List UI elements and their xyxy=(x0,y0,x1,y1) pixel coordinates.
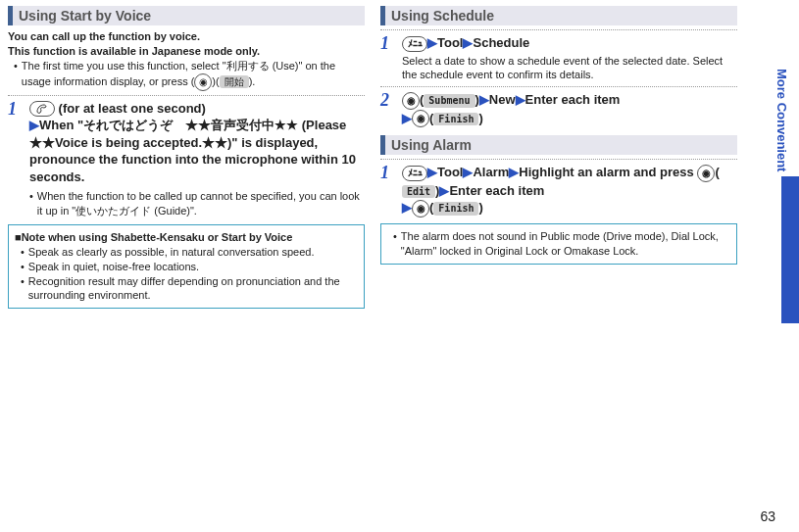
text: (for at least one second) xyxy=(55,101,206,116)
alarm-note-bullet: The alarm does not sound in Public mode … xyxy=(393,229,730,259)
text: (Guide)". xyxy=(151,205,197,217)
schedule-step-2: 2 ◉(Submenu)▶New▶Enter each item ▶◉(Fini… xyxy=(380,91,737,127)
camera-key-icon: ◉ xyxy=(697,165,715,182)
camera-key-icon: ◉ xyxy=(412,200,429,218)
camera-key-icon: ◉ xyxy=(402,92,420,110)
section-header-schedule: Using Schedule xyxy=(380,6,737,25)
section-header-alarm: Using Alarm xyxy=(380,135,737,155)
note-bullet-2: Speak in quiet, noise-free locations. xyxy=(21,260,358,274)
tool-label: Tool xyxy=(437,165,463,179)
arrow-icon: ▶ xyxy=(463,35,473,50)
jp-guide: 使いかたガイド xyxy=(75,205,151,217)
tool-label: Tool xyxy=(437,35,463,50)
voice-step-1-sub: When the function to be called up cannot… xyxy=(29,189,365,218)
jp-prompt-1: それではどうぞ xyxy=(83,118,173,132)
voice-intro-1: You can call up the function by voice. xyxy=(8,29,365,44)
divider xyxy=(380,86,737,87)
jp-prompt-2: 音声受付中 xyxy=(211,118,275,132)
start-button-label: 開始 xyxy=(220,75,249,89)
step-number: 2 xyxy=(380,91,402,127)
alarm-note-box: The alarm does not sound in Public mode … xyxy=(380,223,737,265)
text: When " xyxy=(39,118,83,132)
new-label: New xyxy=(489,92,516,107)
jp-use: 利用する xyxy=(226,60,270,72)
voice-first-use-note: The first time you use this function, se… xyxy=(14,59,365,91)
step-number: 1 xyxy=(380,164,402,218)
alarm-step-1: 1 ﾒﾆｭ▶Tool▶Alarm▶Highlight an alarm and … xyxy=(380,164,737,218)
schedule-label: Schedule xyxy=(473,35,529,50)
step-number: 1 xyxy=(380,34,402,82)
menu-key-icon: ﾒﾆｭ xyxy=(402,166,427,181)
divider xyxy=(380,159,737,160)
alarm-label: Alarm xyxy=(473,165,509,179)
note-bullet-3: Recognition result may differ depending … xyxy=(21,274,358,304)
call-key-icon xyxy=(29,101,55,117)
arrow-icon: ▶ xyxy=(427,35,437,50)
arrow-icon: ▶ xyxy=(516,92,525,107)
arrow-icon: ▶ xyxy=(29,118,39,132)
arrow-icon: ▶ xyxy=(509,165,519,179)
submenu-button-label: Submenu xyxy=(424,94,474,108)
divider xyxy=(8,95,365,96)
note-title: ■Note when using Shabette-Kensaku or Sta… xyxy=(15,230,358,245)
divider xyxy=(380,29,737,30)
enter-label: Enter each item xyxy=(525,92,621,107)
menu-key-icon: ﾒﾆｭ xyxy=(402,36,427,52)
text: The first time you use this function, se… xyxy=(22,60,226,72)
arrow-icon: ▶ xyxy=(402,200,412,215)
enter-label: Enter each item xyxy=(449,183,544,198)
page-number: 63 xyxy=(760,508,775,524)
finish-button-label: Finish xyxy=(433,113,478,126)
finish-button-label: Finish xyxy=(433,202,478,216)
arrow-icon: ▶ xyxy=(439,183,449,198)
side-tab xyxy=(781,176,799,323)
arrow-icon: ▶ xyxy=(402,111,412,125)
schedule-step-1-desc: Select a date to show a schedule event o… xyxy=(402,54,737,83)
voice-step-1: 1 (for at least one second) ▶When "それではど… xyxy=(8,100,365,186)
side-category-label: More Convenient xyxy=(774,69,789,171)
arrow-icon: ▶ xyxy=(427,165,437,179)
voice-intro-2: This function is available in Japanese m… xyxy=(8,44,365,59)
step-number: 1 xyxy=(8,100,29,186)
camera-key-icon: ◉ xyxy=(194,73,212,91)
camera-key-icon: ◉ xyxy=(412,110,429,127)
text: . xyxy=(252,74,255,86)
edit-button-label: Edit xyxy=(402,185,435,199)
section-header-voice: Using Start by Voice xyxy=(8,6,365,25)
schedule-step-1: 1 ﾒﾆｭ▶Tool▶Schedule Select a date to sho… xyxy=(380,34,737,82)
arrow-icon: ▶ xyxy=(463,165,473,179)
text: ★★ xyxy=(173,118,211,132)
voice-note-box: ■Note when using Shabette-Kensaku or Sta… xyxy=(8,224,365,309)
note-bullet-1: Speak as clearly as possible, in natural… xyxy=(21,245,358,260)
arrow-icon: ▶ xyxy=(479,92,489,107)
highlight-text: Highlight an alarm and press xyxy=(519,165,697,179)
